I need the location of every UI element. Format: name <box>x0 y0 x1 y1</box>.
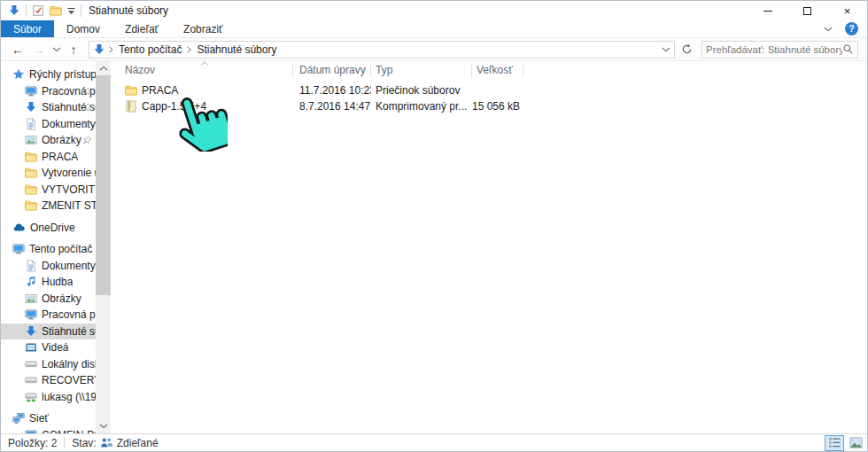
file-list-pane: NázovDátum úpravyTypVeľkosť PRACA11.7.20… <box>112 61 867 433</box>
properties-button-icon[interactable] <box>32 4 44 17</box>
folder-icon <box>25 199 37 212</box>
refresh-button[interactable] <box>678 41 694 58</box>
back-button[interactable]: ← <box>8 40 27 59</box>
folder-icon <box>25 183 37 196</box>
folder-icon <box>125 84 137 97</box>
file-name: PRACA <box>142 84 178 97</box>
details-view-button[interactable] <box>825 435 844 451</box>
titlebar: Stiahnuté súbory × <box>1 1 867 20</box>
sidebar-item-label: Stiahnuté súbory <box>42 325 96 338</box>
items-count: Položky: 2 <box>8 437 57 449</box>
pin-icon <box>82 103 92 113</box>
pin-icon <box>82 120 92 129</box>
column-header-label: Typ <box>376 64 392 76</box>
sidebar-item-label: VYTVORIT NOV <box>42 183 96 196</box>
sidebar-item[interactable]: Rýchly prístup <box>1 66 96 83</box>
sidebar-item[interactable]: ZMENIT STAV OI <box>1 198 96 214</box>
view-switcher <box>825 435 865 451</box>
file-row[interactable]: Capp-1.5.5+48.7.2016 14:47Komprimovaný p… <box>116 98 867 114</box>
ribbon-tab[interactable]: Zobraziť <box>171 20 236 37</box>
disk-icon <box>25 374 37 386</box>
sidebar-scrollbar[interactable] <box>96 61 111 433</box>
navigation-bar: ← → ↑ Tento počítačStiahnuté súbory <box>1 38 867 61</box>
sidebar-item[interactable]: Obrázky <box>1 132 96 149</box>
sidebar-item[interactable]: lukasg (\\192.168 <box>1 389 96 406</box>
ribbon-tab[interactable]: Súbor <box>1 20 54 37</box>
sidebar-item[interactable]: COMFIN-PC <box>1 427 96 434</box>
zip-icon <box>125 100 137 113</box>
file-name: Capp-1.5.5+4 <box>142 100 206 113</box>
forward-button[interactable]: → <box>29 40 49 59</box>
scrollbar-thumb[interactable] <box>96 75 111 295</box>
column-header[interactable]: Veľkosť <box>472 61 523 79</box>
file-modified-date: 8.7.2016 14:47 <box>293 98 371 114</box>
sidebar-item[interactable]: Dokumenty <box>1 116 96 133</box>
sidebar-item-label: Obrázky <box>42 134 81 146</box>
column-header[interactable]: Názov <box>116 61 293 79</box>
file-size <box>472 82 523 98</box>
file-name-cell[interactable]: PRACA <box>116 82 293 98</box>
status-value: Zdieľané <box>117 437 159 449</box>
sidebar-item[interactable]: Vytvorenie užíva <box>1 165 96 182</box>
sidebar-item[interactable]: Pracovná plocha <box>1 307 96 323</box>
minimize-button[interactable] <box>748 1 787 20</box>
scroll-up-icon[interactable] <box>96 61 111 75</box>
close-icon: × <box>844 5 851 17</box>
sidebar-item-label: Pracovná plocha <box>42 308 96 321</box>
up-button[interactable]: ↑ <box>64 40 83 59</box>
sidebar-item[interactable]: Hudba <box>1 274 96 291</box>
breadcrumb-item[interactable]: Tento počítač <box>119 43 182 56</box>
new-folder-button-icon[interactable] <box>50 4 62 17</box>
sidebar-item[interactable]: Sieť <box>1 410 96 427</box>
address-dropdown-icon[interactable] <box>662 47 670 52</box>
scroll-down-icon[interactable] <box>96 419 111 433</box>
disk-icon <box>25 358 37 370</box>
column-separator[interactable] <box>523 63 523 77</box>
music-icon <box>25 276 37 288</box>
sidebar-item[interactable]: VYTVORIT NOV <box>1 182 96 199</box>
status-label: Stav: <box>72 437 96 449</box>
address-bar[interactable]: Tento počítačStiahnuté súbory <box>89 41 675 58</box>
sidebar-item[interactable]: Obrázky <box>1 291 96 308</box>
qat-dropdown-icon[interactable] <box>67 7 75 15</box>
help-button[interactable]: ? <box>845 22 858 35</box>
column-headers: NázovDátum úpravyTypVeľkosť <box>116 61 867 79</box>
search-input[interactable] <box>706 44 842 55</box>
history-dropdown-icon[interactable] <box>50 40 62 59</box>
sidebar-item-label: PRACA <box>42 151 78 163</box>
sidebar-item-label: Hudba <box>42 276 73 288</box>
file-row[interactable]: PRACA11.7.2016 10:23Priečinok súborov <box>116 82 867 98</box>
ribbon-tab-row: SúborDomovZdieľaťZobraziť ? <box>1 20 867 38</box>
document-icon <box>25 118 37 130</box>
close-button[interactable]: × <box>827 1 867 20</box>
column-header[interactable]: Dátum úpravy <box>293 61 371 79</box>
ribbon-tab[interactable]: Domov <box>54 20 112 37</box>
sidebar-item[interactable]: Tento počítač <box>1 241 96 258</box>
sidebar-item[interactable]: Stiahnuté súbory <box>1 323 96 340</box>
column-header[interactable]: Typ <box>371 61 472 79</box>
sidebar-item[interactable]: PRACA <box>1 149 96 166</box>
desktop-icon <box>12 243 25 255</box>
column-header-label: Veľkosť <box>477 64 513 76</box>
address-location-icon <box>93 43 105 56</box>
sidebar-item[interactable]: Dokumenty <box>1 258 96 275</box>
picture-icon <box>25 292 37 305</box>
sidebar-item[interactable]: Videá <box>1 339 96 356</box>
sidebar-item[interactable]: OneDrive <box>1 220 96 237</box>
file-name-cell[interactable]: Capp-1.5.5+4 <box>116 98 293 114</box>
status-bar: Položky: 2 Stav: Zdieľané <box>1 433 867 451</box>
pin-icon <box>82 87 92 97</box>
thumbnails-view-button[interactable] <box>846 435 865 451</box>
ribbon-tab[interactable]: Zdieľať <box>112 20 171 37</box>
ribbon-collapse-chevron-icon[interactable] <box>824 27 833 32</box>
sidebar-item-label: Sieť <box>29 412 49 425</box>
breadcrumb-item[interactable]: Stiahnuté súbory <box>197 43 276 56</box>
maximize-button[interactable] <box>787 1 827 20</box>
window-title: Stiahnuté súbory <box>89 4 168 17</box>
sidebar-item[interactable]: Lokálny disk (C:) <box>1 356 96 373</box>
folder-icon <box>25 151 37 163</box>
navigation-pane: Rýchly prístupPracovná ploStiahnuté súbD… <box>1 61 112 433</box>
sidebar-item[interactable]: Stiahnuté súb <box>1 99 96 116</box>
sidebar-item[interactable]: RECOVERY (D:) <box>1 372 96 389</box>
sidebar-item[interactable]: Pracovná plo <box>1 83 96 100</box>
